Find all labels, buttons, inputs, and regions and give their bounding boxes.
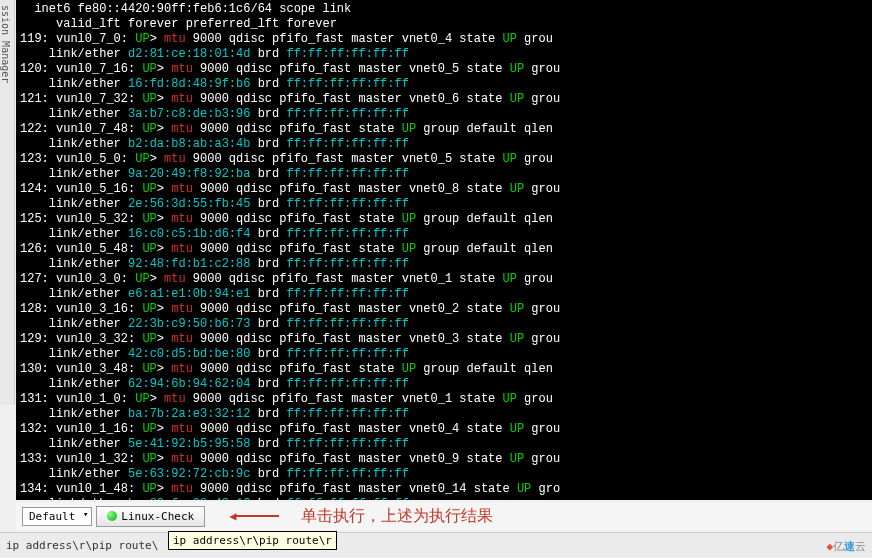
tooltip: ip address\r\pip route\r	[168, 531, 337, 550]
toolbar: Default Linux-Check 单击执行，上述为执行结果	[16, 502, 872, 530]
session-manager-sidebar[interactable]: ssion Manager	[0, 0, 15, 405]
status-dot-icon	[107, 511, 117, 521]
status-bar: ip address\r\pip route\ ip address\r\pip…	[0, 532, 872, 557]
profile-dropdown[interactable]: Default	[22, 507, 92, 526]
status-text: ip address\r\pip route\	[6, 539, 158, 552]
arrow-icon	[229, 509, 279, 523]
terminal-output[interactable]: inet6 fe80::4420:90ff:feb6:1c6/64 scope …	[16, 0, 872, 500]
button-label: Linux-Check	[121, 510, 194, 523]
annotation-text: 单击执行，上述为执行结果	[301, 506, 493, 527]
linux-check-button[interactable]: Linux-Check	[96, 506, 205, 527]
watermark-logo: ◆亿速云	[826, 539, 866, 554]
